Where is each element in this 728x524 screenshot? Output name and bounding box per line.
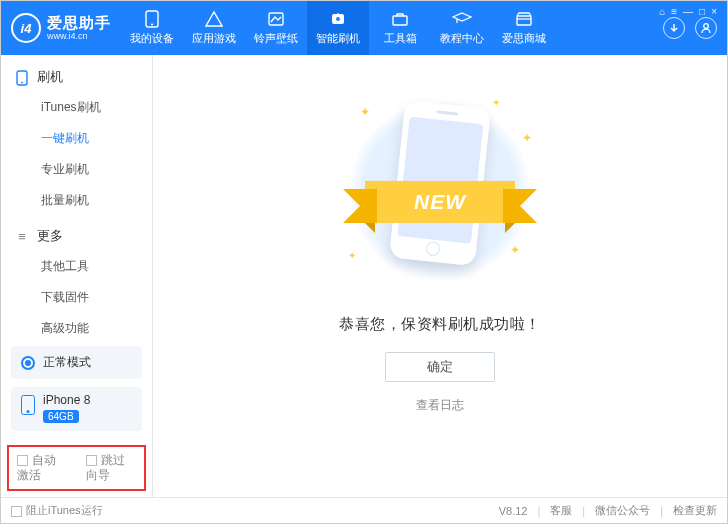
flash-icon	[328, 10, 348, 28]
wechat-link[interactable]: 微信公众号	[595, 503, 650, 518]
header: i4 爱思助手 www.i4.cn 我的设备 应用游戏 铃声壁纸 智能刷机	[1, 1, 727, 55]
brand-name: 爱思助手	[47, 14, 111, 31]
tab-label: 教程中心	[440, 31, 484, 46]
download-icon[interactable]	[663, 17, 685, 39]
brand: i4 爱思助手 www.i4.cn	[1, 1, 121, 55]
version-label: V8.12	[499, 505, 528, 517]
tab-label: 我的设备	[130, 31, 174, 46]
tab-mall[interactable]: 爱思商城	[493, 1, 555, 55]
brand-logo-icon: i4	[11, 13, 41, 43]
tab-flash[interactable]: 智能刷机	[307, 1, 369, 55]
tab-tutorial[interactable]: 教程中心	[431, 1, 493, 55]
ok-button[interactable]: 确定	[385, 352, 495, 382]
ribbon-label: NEW	[365, 181, 515, 223]
device-box[interactable]: iPhone 8 64GB	[11, 387, 142, 431]
group-label: 更多	[37, 228, 63, 245]
brand-text: 爱思助手 www.i4.cn	[47, 14, 111, 42]
success-message: 恭喜您，保资料刷机成功啦！	[339, 315, 541, 334]
success-illustration: ✦ ✦ ✦ ✦ ✦ NEW	[330, 91, 550, 291]
new-ribbon: NEW	[365, 181, 515, 223]
sidebar-group-more[interactable]: ≡ 更多	[1, 222, 152, 251]
tab-devices[interactable]: 我的设备	[121, 1, 183, 55]
phone-icon	[15, 71, 29, 85]
skip-wizard-checkbox[interactable]: 跳过向导	[86, 453, 137, 483]
device-text: iPhone 8 64GB	[43, 393, 90, 423]
more-icon: ≡	[15, 230, 29, 244]
device-icon	[142, 10, 162, 28]
sidebar-item-other[interactable]: 其他工具	[1, 251, 152, 282]
apps-icon	[204, 10, 224, 28]
svg-rect-4	[393, 16, 407, 25]
sidebar-item-pro[interactable]: 专业刷机	[1, 154, 152, 185]
tab-tools[interactable]: 工具箱	[369, 1, 431, 55]
tutorial-icon	[452, 10, 472, 28]
device-phone-icon	[21, 395, 35, 415]
sidebar-item-firmware[interactable]: 下载固件	[1, 282, 152, 313]
menu-icon[interactable]: ≡	[671, 6, 677, 17]
svg-point-6	[704, 24, 709, 29]
tab-label: 应用游戏	[192, 31, 236, 46]
mode-dot-icon	[21, 356, 35, 370]
svg-rect-2	[269, 13, 283, 25]
main-content: ✦ ✦ ✦ ✦ ✦ NEW 恭喜您，保资料刷机成功啦！ 确定 查看日志	[153, 55, 727, 497]
brand-url: www.i4.cn	[47, 31, 111, 41]
tab-wallpaper[interactable]: 铃声壁纸	[245, 1, 307, 55]
cart-icon[interactable]: ⌂	[659, 6, 665, 17]
window-controls: ⌂ ≡ — □ ×	[659, 3, 723, 17]
tab-label: 工具箱	[384, 31, 417, 46]
view-log-link[interactable]: 查看日志	[416, 398, 464, 413]
sidebar-item-batch[interactable]: 批量刷机	[1, 185, 152, 216]
sidebar: 刷机 iTunes刷机 一键刷机 专业刷机 批量刷机 ≡ 更多 其他工具 下载固…	[1, 55, 153, 497]
body: 刷机 iTunes刷机 一键刷机 专业刷机 批量刷机 ≡ 更多 其他工具 下载固…	[1, 55, 727, 497]
footer-left: 阻止iTunes运行	[11, 503, 103, 518]
tab-apps[interactable]: 应用游戏	[183, 1, 245, 55]
mall-icon	[514, 10, 534, 28]
mode-label: 正常模式	[43, 354, 91, 371]
support-link[interactable]: 客服	[550, 503, 572, 518]
sidebar-nav: 刷机 iTunes刷机 一键刷机 专业刷机 批量刷机 ≡ 更多 其他工具 下载固…	[1, 55, 152, 338]
toolbox-icon	[390, 10, 410, 28]
top-tabs: 我的设备 应用游戏 铃声壁纸 智能刷机 工具箱 教程中心	[121, 1, 653, 55]
block-itunes-checkbox[interactable]: 阻止iTunes运行	[11, 503, 103, 518]
tab-label: 铃声壁纸	[254, 31, 298, 46]
tab-label: 智能刷机	[316, 31, 360, 46]
app-window: i4 爱思助手 www.i4.cn 我的设备 应用游戏 铃声壁纸 智能刷机	[0, 0, 728, 524]
mode-box[interactable]: 正常模式	[11, 346, 142, 379]
svg-point-8	[21, 81, 23, 83]
user-icon[interactable]	[695, 17, 717, 39]
sidebar-group-flash[interactable]: 刷机	[1, 63, 152, 92]
footer: 阻止iTunes运行 V8.12 | 客服 | 微信公众号 | 检查更新	[1, 497, 727, 523]
sidebar-item-itunes[interactable]: iTunes刷机	[1, 92, 152, 123]
sidebar-item-advanced[interactable]: 高级功能	[1, 313, 152, 338]
footer-right: V8.12 | 客服 | 微信公众号 | 检查更新	[499, 503, 717, 518]
group-label: 刷机	[37, 69, 63, 86]
sidebar-item-oneclick[interactable]: 一键刷机	[1, 123, 152, 154]
update-link[interactable]: 检查更新	[673, 503, 717, 518]
close-button[interactable]: ×	[711, 6, 717, 17]
svg-point-1	[151, 24, 153, 26]
min-button[interactable]: —	[683, 6, 693, 17]
svg-rect-5	[517, 16, 531, 25]
device-name: iPhone 8	[43, 393, 90, 407]
options-highlight: 自动激活 跳过向导	[7, 445, 146, 491]
auto-activate-checkbox[interactable]: 自动激活	[17, 453, 68, 483]
max-button[interactable]: □	[699, 6, 705, 17]
wallpaper-icon	[266, 10, 286, 28]
tab-label: 爱思商城	[502, 31, 546, 46]
storage-badge: 64GB	[43, 410, 79, 423]
